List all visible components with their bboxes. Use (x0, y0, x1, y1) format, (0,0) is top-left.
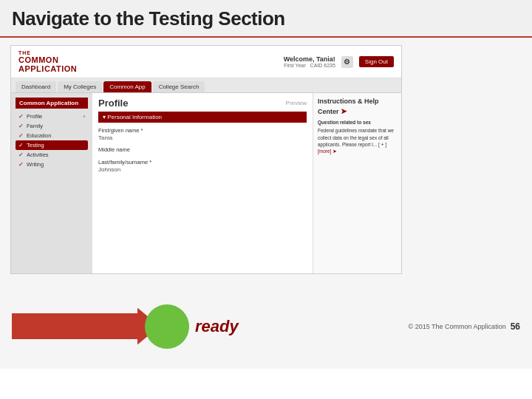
check-icon: ✓ (18, 123, 24, 129)
tab-common-app[interactable]: Common App (103, 81, 151, 92)
sidebar-item-activities[interactable]: ✓ Activities (16, 150, 88, 160)
sidebar-title: Common Application (16, 98, 88, 109)
app-logo: THE COMMON APPLICATION (18, 50, 77, 73)
form-label-middlename: Middle name (98, 146, 307, 153)
sidebar-item-family[interactable]: ✓ Family (16, 121, 88, 131)
gear-icon[interactable]: ⚙ (341, 56, 353, 68)
main-content: THE COMMON APPLICATION Welcome, Tania! F… (0, 38, 532, 369)
form-label-firstname: First/given name * (98, 127, 307, 134)
form-value-lastname: Johnson (98, 166, 307, 174)
form-field-lastname: Last/family/surname * Johnson (98, 159, 307, 174)
help-body-text: Federal guidelines mandate that we colle… (318, 127, 397, 147)
welcome-text: Welcome, Tania! First Year CAID 6235 (284, 55, 335, 68)
screenshot-box: THE COMMON APPLICATION Welcome, Tania! F… (10, 45, 402, 274)
help-more-link[interactable]: [more] ➤ (318, 148, 397, 154)
section-header: ▾ Personal Information (98, 112, 307, 123)
arrow-icon: › (83, 114, 85, 119)
red-arrow (12, 308, 160, 345)
help-body: Question related to sex Federal guidelin… (318, 119, 397, 154)
preview-link[interactable]: Preview (286, 100, 307, 106)
user-caid: First Year CAID 6235 (284, 63, 335, 68)
app-header: THE COMMON APPLICATION Welcome, Tania! F… (11, 46, 401, 78)
sidebar-item-profile[interactable]: ✓ Profile › (16, 112, 88, 121)
logo-common: COMMON (18, 55, 58, 64)
check-icon: ✓ (18, 151, 24, 158)
sidebar-item-education[interactable]: ✓ Education (16, 131, 88, 140)
tab-college-search[interactable]: College Search (153, 81, 205, 92)
page-title: Navigate to the Testing Section (12, 7, 520, 30)
header-right: Welcome, Tania! First Year CAID 6235 ⚙ S… (284, 55, 394, 68)
help-title: Instructions & Help Center ➤ (318, 98, 397, 116)
page-number: 56 (511, 321, 520, 332)
right-panel: Instructions & Help Center ➤ Question re… (313, 93, 401, 274)
panel-title: Profile (98, 98, 128, 109)
app-body: Common Application ✓ Profile › ✓ Family … (11, 93, 401, 274)
form-value-firstname: Tania (98, 134, 307, 142)
main-panel: Profile Preview ▾ Personal Information F… (92, 93, 313, 274)
logo-application: APPLICATION (18, 64, 77, 73)
logo-the: THE (18, 50, 31, 55)
form-field-firstname: First/given name * Tania (98, 127, 307, 142)
form-value-middlename (98, 153, 307, 154)
green-circle (145, 304, 189, 349)
copyright-section: © 2015 The Common Application 56 (409, 321, 520, 332)
form-field-middlename: Middle name (98, 146, 307, 154)
sidebar-item-writing[interactable]: ✓ Writing (16, 160, 88, 169)
copyright-text: © 2015 The Common Application (409, 323, 506, 330)
help-arrow-icon: ➤ (341, 107, 347, 115)
check-icon: ✓ (18, 113, 24, 120)
welcome-name: Welcome, Tania! (284, 55, 335, 63)
tab-my-colleges[interactable]: My Colleges (58, 81, 102, 92)
sidebar: Common Application ✓ Profile › ✓ Family … (11, 93, 92, 274)
nav-tabs: Dashboard My Colleges Common App College… (11, 78, 401, 93)
sidebar-item-testing[interactable]: ✓ Testing (16, 140, 88, 150)
check-icon: ✓ (18, 132, 24, 139)
ready-text: ready (195, 317, 239, 336)
check-icon: ✓ (18, 161, 24, 168)
help-question-title: Question related to sex (318, 119, 397, 126)
title-bar: Navigate to the Testing Section (0, 0, 532, 38)
tab-dashboard[interactable]: Dashboard (16, 81, 56, 92)
form-label-lastname: Last/family/surname * (98, 159, 307, 166)
panel-title-row: Profile Preview (98, 98, 307, 109)
sign-out-button[interactable]: Sign Out (359, 56, 394, 67)
arrow-container: ready (12, 304, 239, 349)
bottom-section: ready © 2015 The Common Application 56 (0, 284, 532, 369)
check-icon: ✓ (18, 142, 24, 149)
